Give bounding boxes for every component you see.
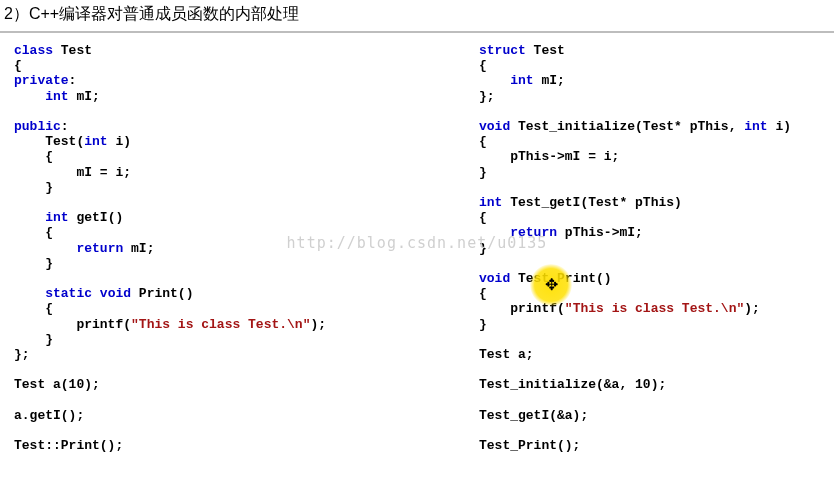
code-columns: class Test { private: int mI; public: Te… xyxy=(14,43,824,453)
section-heading: 2）C++编译器对普通成员函数的内部处理 xyxy=(0,0,834,33)
content-area: http://blog.csdn.net/u0135 class Test { … xyxy=(0,33,834,453)
code-left-cpp-class: class Test { private: int mI; public: Te… xyxy=(14,43,469,453)
code-right-c-translation: struct Test { int mI; }; void Test_initi… xyxy=(479,43,824,453)
